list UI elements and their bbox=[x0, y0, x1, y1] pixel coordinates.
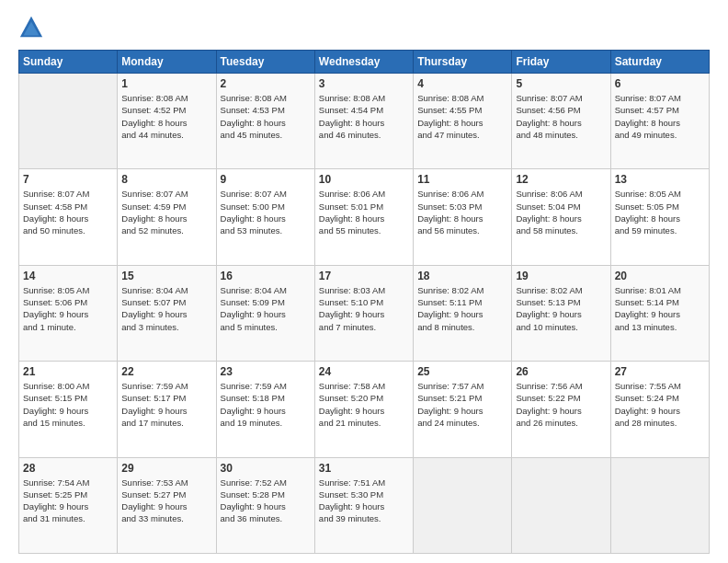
logo-icon bbox=[18, 15, 44, 40]
day-number: 25 bbox=[417, 365, 507, 378]
calendar-cell: 16Sunrise: 8:04 AM Sunset: 5:09 PM Dayli… bbox=[216, 265, 314, 361]
day-number: 27 bbox=[615, 365, 705, 378]
calendar-cell: 29Sunrise: 7:53 AM Sunset: 5:27 PM Dayli… bbox=[118, 457, 216, 553]
day-number: 18 bbox=[417, 270, 507, 282]
calendar-cell bbox=[414, 457, 512, 553]
page: SundayMondayTuesdayWednesdayThursdayFrid… bbox=[0, 0, 728, 563]
day-info: Sunrise: 8:01 AM Sunset: 5:14 PM Dayligh… bbox=[615, 284, 705, 333]
day-number: 11 bbox=[417, 173, 507, 186]
day-info: Sunrise: 7:56 AM Sunset: 5:22 PM Dayligh… bbox=[516, 380, 606, 429]
day-info: Sunrise: 8:08 AM Sunset: 4:52 PM Dayligh… bbox=[121, 92, 211, 141]
day-info: Sunrise: 8:08 AM Sunset: 4:55 PM Dayligh… bbox=[417, 92, 507, 141]
calendar-cell: 10Sunrise: 8:06 AM Sunset: 5:01 PM Dayli… bbox=[314, 169, 413, 265]
calendar-cell: 17Sunrise: 8:03 AM Sunset: 5:10 PM Dayli… bbox=[314, 265, 413, 361]
day-number: 23 bbox=[221, 365, 311, 378]
day-number: 3 bbox=[319, 77, 409, 90]
day-info: Sunrise: 8:02 AM Sunset: 5:13 PM Dayligh… bbox=[516, 284, 606, 333]
calendar-header-row: SundayMondayTuesdayWednesdayThursdayFrid… bbox=[19, 51, 710, 74]
day-info: Sunrise: 8:02 AM Sunset: 5:11 PM Dayligh… bbox=[417, 284, 507, 333]
day-info: Sunrise: 8:07 AM Sunset: 4:58 PM Dayligh… bbox=[23, 188, 113, 236]
calendar-cell bbox=[19, 74, 118, 169]
day-info: Sunrise: 8:04 AM Sunset: 5:09 PM Dayligh… bbox=[221, 284, 311, 333]
calendar-cell: 4Sunrise: 8:08 AM Sunset: 4:55 PM Daylig… bbox=[414, 74, 512, 169]
day-info: Sunrise: 8:08 AM Sunset: 4:53 PM Dayligh… bbox=[221, 92, 311, 141]
day-info: Sunrise: 7:54 AM Sunset: 5:25 PM Dayligh… bbox=[23, 477, 113, 525]
day-info: Sunrise: 8:07 AM Sunset: 4:59 PM Dayligh… bbox=[121, 188, 211, 236]
day-number: 17 bbox=[319, 270, 409, 282]
calendar-week-1: 1Sunrise: 8:08 AM Sunset: 4:52 PM Daylig… bbox=[19, 74, 710, 169]
day-info: Sunrise: 7:59 AM Sunset: 5:17 PM Dayligh… bbox=[121, 380, 211, 429]
day-info: Sunrise: 8:07 AM Sunset: 4:57 PM Dayligh… bbox=[615, 92, 705, 141]
calendar-week-2: 7Sunrise: 8:07 AM Sunset: 4:58 PM Daylig… bbox=[19, 169, 710, 265]
calendar-cell: 13Sunrise: 8:05 AM Sunset: 5:05 PM Dayli… bbox=[610, 169, 709, 265]
calendar-header-sunday: Sunday bbox=[19, 51, 118, 74]
day-number: 2 bbox=[221, 77, 311, 90]
calendar-week-5: 28Sunrise: 7:54 AM Sunset: 5:25 PM Dayli… bbox=[19, 457, 710, 553]
calendar-cell: 28Sunrise: 7:54 AM Sunset: 5:25 PM Dayli… bbox=[19, 457, 118, 553]
calendar-cell: 14Sunrise: 8:05 AM Sunset: 5:06 PM Dayli… bbox=[19, 265, 118, 361]
calendar-cell: 23Sunrise: 7:59 AM Sunset: 5:18 PM Dayli… bbox=[216, 362, 314, 457]
day-info: Sunrise: 8:04 AM Sunset: 5:07 PM Dayligh… bbox=[121, 284, 211, 333]
calendar-cell: 31Sunrise: 7:51 AM Sunset: 5:30 PM Dayli… bbox=[314, 457, 413, 553]
calendar-cell: 27Sunrise: 7:55 AM Sunset: 5:24 PM Dayli… bbox=[610, 362, 709, 457]
calendar-header-tuesday: Tuesday bbox=[216, 51, 314, 74]
day-number: 24 bbox=[319, 365, 409, 378]
calendar-cell bbox=[512, 457, 610, 553]
calendar-header-wednesday: Wednesday bbox=[314, 51, 413, 74]
day-info: Sunrise: 8:05 AM Sunset: 5:05 PM Dayligh… bbox=[615, 188, 705, 236]
day-number: 9 bbox=[221, 173, 311, 186]
day-number: 10 bbox=[319, 173, 409, 186]
calendar-cell: 15Sunrise: 8:04 AM Sunset: 5:07 PM Dayli… bbox=[118, 265, 216, 361]
day-number: 22 bbox=[121, 365, 211, 378]
calendar-cell: 1Sunrise: 8:08 AM Sunset: 4:52 PM Daylig… bbox=[118, 74, 216, 169]
day-number: 6 bbox=[615, 77, 705, 90]
day-number: 12 bbox=[516, 173, 606, 186]
calendar-cell: 11Sunrise: 8:06 AM Sunset: 5:03 PM Dayli… bbox=[414, 169, 512, 265]
day-info: Sunrise: 7:59 AM Sunset: 5:18 PM Dayligh… bbox=[221, 380, 311, 429]
day-number: 7 bbox=[23, 173, 113, 186]
calendar-cell: 12Sunrise: 8:06 AM Sunset: 5:04 PM Dayli… bbox=[512, 169, 610, 265]
calendar-table: SundayMondayTuesdayWednesdayThursdayFrid… bbox=[18, 50, 710, 554]
day-number: 29 bbox=[121, 462, 211, 475]
day-info: Sunrise: 8:06 AM Sunset: 5:03 PM Dayligh… bbox=[417, 188, 507, 236]
calendar-cell: 24Sunrise: 7:58 AM Sunset: 5:20 PM Dayli… bbox=[314, 362, 413, 457]
header bbox=[18, 15, 710, 40]
calendar-cell bbox=[610, 457, 709, 553]
day-number: 26 bbox=[516, 365, 606, 378]
calendar-cell: 7Sunrise: 8:07 AM Sunset: 4:58 PM Daylig… bbox=[19, 169, 118, 265]
day-number: 8 bbox=[121, 173, 211, 186]
day-info: Sunrise: 8:00 AM Sunset: 5:15 PM Dayligh… bbox=[23, 380, 113, 429]
day-info: Sunrise: 8:07 AM Sunset: 5:00 PM Dayligh… bbox=[221, 188, 311, 236]
day-info: Sunrise: 8:05 AM Sunset: 5:06 PM Dayligh… bbox=[23, 284, 113, 333]
calendar-cell: 21Sunrise: 8:00 AM Sunset: 5:15 PM Dayli… bbox=[19, 362, 118, 457]
day-info: Sunrise: 8:03 AM Sunset: 5:10 PM Dayligh… bbox=[319, 284, 409, 333]
calendar-cell: 30Sunrise: 7:52 AM Sunset: 5:28 PM Dayli… bbox=[216, 457, 314, 553]
day-number: 30 bbox=[221, 462, 311, 475]
calendar-cell: 19Sunrise: 8:02 AM Sunset: 5:13 PM Dayli… bbox=[512, 265, 610, 361]
day-info: Sunrise: 8:06 AM Sunset: 5:04 PM Dayligh… bbox=[516, 188, 606, 236]
day-info: Sunrise: 8:06 AM Sunset: 5:01 PM Dayligh… bbox=[319, 188, 409, 236]
calendar-cell: 20Sunrise: 8:01 AM Sunset: 5:14 PM Dayli… bbox=[610, 265, 709, 361]
day-info: Sunrise: 7:53 AM Sunset: 5:27 PM Dayligh… bbox=[121, 477, 211, 525]
calendar-header-thursday: Thursday bbox=[414, 51, 512, 74]
day-number: 15 bbox=[121, 270, 211, 282]
day-number: 4 bbox=[417, 77, 507, 90]
calendar-header-friday: Friday bbox=[512, 51, 610, 74]
calendar-cell: 9Sunrise: 8:07 AM Sunset: 5:00 PM Daylig… bbox=[216, 169, 314, 265]
day-info: Sunrise: 7:51 AM Sunset: 5:30 PM Dayligh… bbox=[319, 477, 409, 525]
day-number: 5 bbox=[516, 77, 606, 90]
calendar-week-3: 14Sunrise: 8:05 AM Sunset: 5:06 PM Dayli… bbox=[19, 265, 710, 361]
day-number: 14 bbox=[23, 270, 113, 282]
calendar-cell: 3Sunrise: 8:08 AM Sunset: 4:54 PM Daylig… bbox=[314, 74, 413, 169]
day-number: 16 bbox=[221, 270, 311, 282]
day-number: 28 bbox=[23, 462, 113, 475]
calendar-cell: 8Sunrise: 8:07 AM Sunset: 4:59 PM Daylig… bbox=[118, 169, 216, 265]
day-number: 31 bbox=[319, 462, 409, 475]
day-number: 1 bbox=[121, 77, 211, 90]
day-number: 20 bbox=[615, 270, 705, 282]
day-number: 19 bbox=[516, 270, 606, 282]
calendar-cell: 22Sunrise: 7:59 AM Sunset: 5:17 PM Dayli… bbox=[118, 362, 216, 457]
calendar-week-4: 21Sunrise: 8:00 AM Sunset: 5:15 PM Dayli… bbox=[19, 362, 710, 457]
calendar-cell: 6Sunrise: 8:07 AM Sunset: 4:57 PM Daylig… bbox=[610, 74, 709, 169]
day-info: Sunrise: 7:57 AM Sunset: 5:21 PM Dayligh… bbox=[417, 380, 507, 429]
